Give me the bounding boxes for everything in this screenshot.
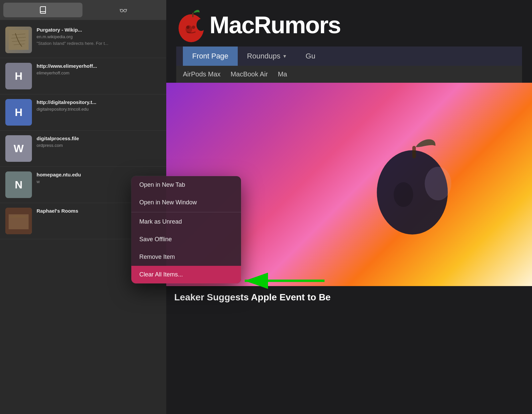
sidebar-tabs — [0, 0, 166, 20]
menu-item-open-new-tab[interactable]: Open in New Tab — [131, 176, 241, 194]
nav-sub-more[interactable]: Ma — [278, 70, 287, 78]
site-name-text: MacRumors — [209, 11, 340, 39]
tab-reading-list[interactable] — [84, 3, 163, 17]
list-item[interactable]: W digitalprocess.file ordpress.com — [0, 131, 166, 167]
item-thumbnail: W — [5, 135, 32, 162]
item-title: http://www.elimeyerhoff... — [37, 63, 161, 69]
site-header: MacRumors Front Page Roundups ▼ Gu AirPo… — [166, 0, 532, 83]
nav-item-guides[interactable]: Gu — [296, 47, 325, 66]
book-icon — [39, 6, 47, 14]
svg-point-8 — [394, 182, 413, 207]
hero-apple-icon — [359, 133, 466, 239]
item-title: http://digitalrepository.t... — [37, 99, 161, 106]
menu-item-open-new-window[interactable]: Open in New Window — [131, 194, 241, 211]
list-item[interactable]: Purgatory - Wikip... en.m.wikipedia.org … — [0, 22, 166, 58]
arrow-annotation — [241, 272, 328, 289]
nav-item-frontpage[interactable]: Front Page — [183, 47, 238, 66]
svg-point-4 — [186, 26, 190, 29]
menu-item-save-offline[interactable]: Save Offline — [131, 231, 241, 248]
glasses-icon — [119, 6, 127, 14]
context-menu: Open in New Tab Open in New Window Mark … — [131, 176, 241, 283]
item-title: Purgatory - Wikip... — [37, 27, 161, 33]
menu-item-remove-item[interactable]: Remove Item — [131, 248, 241, 266]
hero-headline-text: Leaker Suggests Apple Event to Be — [174, 292, 331, 302]
menu-divider — [131, 212, 241, 212]
chevron-down-icon: ▼ — [282, 53, 287, 59]
item-content: http://digitalrepository.t... digitalrep… — [37, 99, 161, 113]
item-domain: digitalrepository.trincoll.edu — [37, 107, 161, 112]
nav-item-roundups[interactable]: Roundups ▼ — [238, 47, 296, 66]
svg-rect-9 — [412, 146, 416, 158]
svg-point-7 — [425, 167, 451, 200]
map-thumbnail-icon — [9, 30, 29, 50]
site-logo: MacRumors — [176, 7, 522, 43]
nav-bar-secondary: AirPods Max MacBook Air Ma — [176, 66, 522, 83]
menu-item-mark-unread[interactable]: Mark as Unread — [131, 213, 241, 231]
macrumors-logo-icon — [176, 7, 206, 43]
arrow-icon — [241, 272, 328, 289]
item-thumbnail — [5, 27, 32, 53]
hero-headline: Leaker Suggests Apple Event to Be — [166, 286, 532, 309]
menu-item-clear-all[interactable]: Clear All Items... — [131, 266, 241, 283]
item-content: http://www.elimeyerhoff... elimeyerhoff.… — [37, 63, 161, 77]
item-excerpt: "Station Island" redirects here. For t..… — [37, 41, 161, 47]
item-domain: elimeyerhoff.com — [37, 70, 161, 75]
svg-point-1 — [197, 19, 206, 31]
item-thumbnail: H — [5, 63, 32, 89]
item-content: Purgatory - Wikip... en.m.wikipedia.org … — [37, 27, 161, 47]
item-thumbnail: N — [5, 171, 32, 198]
nav-bar-primary: Front Page Roundups ▼ Gu — [176, 47, 522, 66]
svg-rect-12 — [9, 30, 29, 50]
svg-point-11 — [124, 9, 126, 12]
svg-rect-3 — [192, 13, 194, 17]
raphael-thumbnail-icon — [5, 208, 32, 234]
item-domain: en.m.wikipedia.org — [37, 34, 161, 39]
item-content: digitalprocess.file ordpress.com — [37, 135, 161, 149]
nav-sub-airpods[interactable]: AirPods Max — [183, 70, 220, 78]
item-thumbnail — [5, 208, 32, 234]
nav-sub-macbook[interactable]: MacBook Air — [230, 70, 268, 78]
tab-bookmarks[interactable] — [3, 3, 82, 17]
item-thumbnail: H — [5, 99, 32, 126]
item-title: digitalprocess.file — [37, 135, 161, 142]
svg-point-5 — [192, 26, 195, 29]
svg-point-10 — [120, 9, 123, 12]
list-item[interactable]: H http://www.elimeyerhoff... elimeyerhof… — [0, 58, 166, 94]
list-item[interactable]: H http://digitalrepository.t... digitalr… — [0, 94, 166, 131]
item-domain: ordpress.com — [37, 143, 161, 148]
